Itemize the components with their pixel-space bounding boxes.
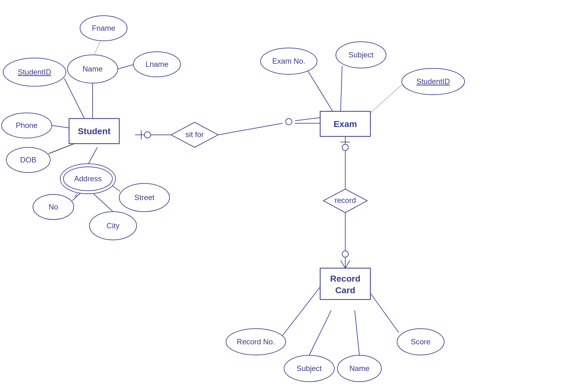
- marker-many-circle: [286, 119, 292, 125]
- attr-phone-label: Phone: [16, 121, 37, 130]
- line-street-address: [111, 185, 120, 191]
- line-subject-exam: [341, 66, 342, 111]
- line-lname-name: [118, 64, 134, 69]
- line-studentid-student: [64, 78, 85, 119]
- line-rc-score: [370, 293, 399, 332]
- marker-circle-exam-bottom: [342, 144, 348, 151]
- line-city-address: [93, 193, 113, 212]
- attr-subject2-label: Subject: [297, 364, 322, 373]
- attr-city-label: City: [106, 221, 119, 230]
- rel-sitfor-label: sit for: [186, 130, 204, 139]
- line-examno-exam: [308, 71, 333, 111]
- line-studentid2-exam: [370, 85, 402, 113]
- crow-rc-right: [345, 260, 350, 268]
- entity-recordcard-label-line1: Record: [330, 274, 360, 283]
- attr-studentid2-label: StudentID: [417, 77, 450, 86]
- entity-recordcard-label-line2: Card: [335, 285, 355, 295]
- attr-name2-label: Name: [349, 364, 369, 373]
- line-rc-name: [355, 310, 359, 355]
- entity-exam-label: Exam: [334, 119, 357, 129]
- attr-no-label: No: [49, 203, 58, 211]
- rel-record-label: record: [335, 196, 356, 204]
- line-fname-name: [94, 41, 100, 55]
- attr-studentid-label: StudentID: [18, 68, 51, 76]
- crow-rc-left: [341, 260, 345, 268]
- marker-circle-rc-top: [342, 251, 348, 257]
- crow-top: [295, 118, 320, 121]
- line-rc-recordno: [282, 287, 320, 336]
- attr-score-label: Score: [411, 337, 431, 346]
- attr-fname-label: Fname: [92, 24, 116, 32]
- attr-name-label: Name: [83, 65, 103, 73]
- attr-recordno-label: Record No.: [237, 337, 275, 346]
- entity-student-label: Student: [78, 126, 110, 136]
- line-sitfor-exam: [218, 123, 282, 135]
- attr-lname-label: Lname: [145, 60, 168, 68]
- attr-street-label: Street: [134, 193, 154, 202]
- attr-dob-label: DOB: [20, 156, 36, 164]
- marker-zero-circle: [144, 132, 151, 138]
- attr-subject1-label: Subject: [348, 50, 374, 59]
- attr-examno-label: Exam No.: [272, 57, 305, 65]
- line-rc-subject: [309, 310, 331, 355]
- attr-address-label: Address: [74, 174, 102, 183]
- line-address-student: [88, 147, 97, 165]
